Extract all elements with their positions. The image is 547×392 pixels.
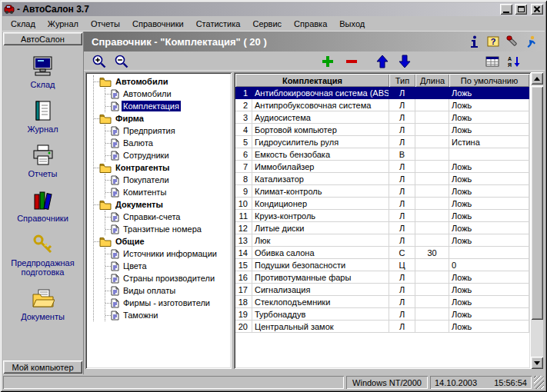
table-row[interactable]: 8 Катализатор Л Ложь <box>235 173 529 185</box>
menu-item-vyhod[interactable]: Выход <box>333 17 371 31</box>
tree-item[interactable]: Автомобили <box>105 88 230 100</box>
tree-item[interactable]: Сотрудники <box>105 149 230 161</box>
scroll-down-button[interactable] <box>531 357 543 369</box>
scroll-up-button[interactable] <box>531 72 543 85</box>
tree-item[interactable]: Страны производители <box>105 272 230 284</box>
maximize-button[interactable] <box>515 4 527 15</box>
tree-group-item[interactable]: Фирма <box>94 112 230 125</box>
table-row[interactable]: 3 Аудиосистема Л Ложь <box>235 111 529 124</box>
tree-item[interactable]: Справки-счета <box>105 211 230 223</box>
cell-number: 4 <box>235 124 252 136</box>
table-row[interactable]: 9 Климат-контроль Л Ложь <box>235 185 529 198</box>
tree-item[interactable]: Покупатели <box>105 174 230 186</box>
cell-name: Центральный замок <box>252 321 389 333</box>
minimize-button[interactable] <box>500 4 512 15</box>
folder-icon <box>99 114 112 124</box>
my-computer-button[interactable]: Мой компьютер <box>3 360 82 374</box>
tree-group-item[interactable]: Автомобили <box>94 75 230 88</box>
move-down-icon[interactable] <box>395 53 414 70</box>
tree-item[interactable]: Валюта <box>105 137 230 149</box>
move-up-icon[interactable] <box>373 53 392 70</box>
table-row[interactable]: 13 Люк Л Ложь <box>235 234 529 247</box>
settings-icon[interactable] <box>505 35 519 48</box>
document-icon <box>111 101 119 111</box>
sort-icon[interactable]: АЯ <box>505 53 523 70</box>
menu-item-sklad[interactable]: Склад <box>5 17 42 31</box>
sidebar-item-predprodazhnaya[interactable]: Предпродажная подготовка <box>3 233 82 277</box>
table-row[interactable]: 15 Подушки безопасности Ц 0 <box>235 259 529 271</box>
sidebar-item-otchety[interactable]: Отчеты <box>3 144 82 178</box>
table-row[interactable]: 10 Кондиционер Л Ложь <box>235 198 529 210</box>
menu-item-zhurnal[interactable]: Журнал <box>42 17 85 31</box>
cell-length: 30 <box>415 247 449 259</box>
folder-icon <box>99 200 112 210</box>
table-row[interactable]: 2 Антипробуксовочная система Л Ложь <box>235 99 529 111</box>
menu-item-otchety[interactable]: Отчеты <box>85 17 126 31</box>
tree-group-item[interactable]: Контрагенты <box>94 161 230 174</box>
zoom-in-icon[interactable] <box>90 53 108 70</box>
menu-item-spravka[interactable]: Справка <box>288 17 333 31</box>
tree-item[interactable]: Таможни <box>105 309 230 321</box>
scrollbar-thumb[interactable] <box>531 86 543 320</box>
sidebar-item-spravochniki[interactable]: Справочники <box>3 188 82 223</box>
close-button[interactable] <box>531 4 543 15</box>
menu-item-statistika[interactable]: Статистика <box>190 17 247 31</box>
menu-item-spravochniki[interactable]: Справочники <box>126 17 190 31</box>
zoom-out-icon[interactable] <box>112 53 131 70</box>
resize-grip[interactable] <box>534 376 544 389</box>
tree-group-item[interactable]: Общие <box>94 235 230 247</box>
add-record-icon[interactable] <box>319 53 337 70</box>
title-bar[interactable]: - АвтоСалон 3.7 <box>2 2 545 16</box>
cell-length <box>415 210 449 222</box>
grid-icon[interactable] <box>483 53 502 70</box>
app-icon <box>4 4 15 15</box>
scrollbar-track[interactable] <box>531 85 543 357</box>
folder-icon <box>99 77 112 87</box>
tree-item[interactable]: Источники информации <box>105 247 230 260</box>
table-row[interactable]: 14 Обивка салона С 30 <box>235 247 529 259</box>
tree-item[interactable]: Фирмы - изготовители <box>105 297 230 309</box>
vertical-scrollbar[interactable] <box>531 72 543 369</box>
sidebar-item-zhurnal[interactable]: Журнал <box>3 99 82 134</box>
cell-type: Л <box>389 321 415 333</box>
tree-children: Предприятия Валюта Сотрудники <box>105 125 230 161</box>
tree-item[interactable]: Транзитные номера <box>105 223 230 235</box>
cell-length <box>415 99 449 111</box>
table-row[interactable]: 17 Сигнализация Л Ложь <box>235 284 529 296</box>
table-row[interactable]: 20 Центральный замок Л Ложь <box>235 321 529 333</box>
info-icon[interactable] <box>467 35 481 48</box>
table-row[interactable]: 11 Круиз-контроль Л Ложь <box>235 210 529 222</box>
table-row[interactable]: 1 Антиблокировочная система (ABS) Л Ложь <box>235 87 529 99</box>
scroll-up-icon <box>534 77 540 81</box>
column-header-dlina[interactable]: Длина <box>415 74 449 87</box>
tree-item[interactable]: Цвета <box>105 260 230 272</box>
table-row[interactable]: 6 Емкость бензобака В <box>235 148 529 161</box>
tree-group-item[interactable]: Документы <box>94 198 230 211</box>
table-row[interactable]: 18 Стеклоподъемники Л Ложь <box>235 296 529 308</box>
tree-panel: Автомобили Автомобили Комплектация Фирма… <box>85 72 232 369</box>
sidebar-item-sklad[interactable]: Склад <box>3 55 82 89</box>
table-row[interactable]: 12 Литые диски Л Ложь <box>235 222 529 234</box>
menu-item-servis[interactable]: Сервис <box>246 17 288 31</box>
tree-item[interactable]: Виды оплаты <box>105 284 230 297</box>
table-row[interactable]: 4 Бортовой компьютер Л Ложь <box>235 124 529 136</box>
sidebar-header-button[interactable]: АвтоСалон <box>3 32 82 45</box>
status-time: 15:56:54 <box>494 378 527 387</box>
table-row[interactable]: 5 Гидроусилитель руля Л Истина <box>235 136 529 148</box>
tree-item[interactable]: Комитенты <box>105 186 230 198</box>
tree-item[interactable]: Комплектация <box>105 100 230 112</box>
table-row[interactable]: 7 Иммобилайзер Л Ложь <box>235 161 529 173</box>
column-header-po-umolchaniyu[interactable]: По умолчанию <box>449 74 529 87</box>
table-row[interactable]: 16 Противотуманные фары Л Ложь <box>235 271 529 284</box>
cell-type: Л <box>389 222 415 234</box>
column-header-komplektacia[interactable]: Комплектация <box>235 74 389 87</box>
help-icon[interactable]: ? <box>486 35 500 48</box>
tree-item[interactable]: Предприятия <box>105 125 230 137</box>
table-row[interactable]: 19 Турбонаддув Л Ложь <box>235 308 529 321</box>
tree-item-label: Виды оплаты <box>122 285 177 296</box>
cell-type: Л <box>389 234 415 247</box>
sidebar-item-dokumenty[interactable]: Документы <box>3 287 82 321</box>
delete-record-icon[interactable] <box>342 53 361 70</box>
exit-icon[interactable] <box>525 35 539 48</box>
column-header-tip[interactable]: Тип <box>389 74 415 87</box>
